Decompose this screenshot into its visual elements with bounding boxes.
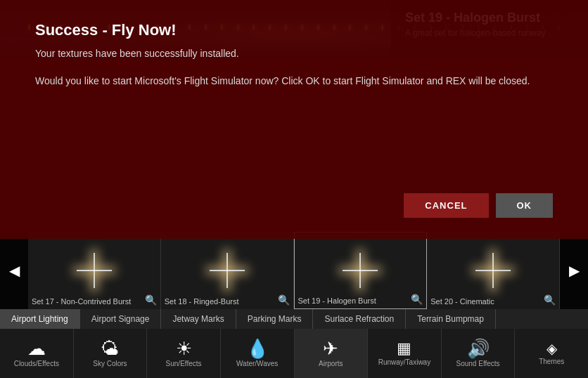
carousel-item-20-label: Set 20 - Cinematic (430, 297, 494, 306)
water-waves-label: Water/Waves (236, 360, 278, 368)
carousel-item-17-zoom[interactable]: 🔍 (145, 294, 157, 306)
carousel-next-button[interactable]: ▶ (560, 232, 588, 309)
runway-taxiway-label: Runway/Taxiway (378, 358, 430, 367)
dialog-overlay: Success - Fly Now! Your textures have be… (0, 0, 588, 239)
tabs-row: Airport Lighting Airport Signage Jetway … (0, 309, 588, 329)
icons-row: ☁ Clouds/Effects 🌤 Sky Colors ☀ Sun/Effe… (0, 329, 588, 378)
sound-effects-label: Sound Effects (456, 360, 500, 368)
sky-colors-label: Sky Colors (93, 360, 127, 368)
carousel-item-20-zoom[interactable]: 🔍 (544, 294, 556, 306)
icon-sound-effects[interactable]: 🔊 Sound Effects (442, 329, 516, 378)
tab-airport-signage[interactable]: Airport Signage (80, 309, 162, 329)
carousel: ◀ Set 17 - Non-Contrived Burst 🔍 Set 18 … (0, 232, 588, 309)
water-waves-icon: 💧 (246, 339, 269, 358)
dialog-content: Success - Fly Now! Your textures have be… (0, 0, 588, 110)
carousel-item-18[interactable]: Set 18 - Ringed-Burst 🔍 (161, 232, 294, 309)
sound-effects-icon: 🔊 (467, 339, 490, 358)
carousel-prev-button[interactable]: ◀ (0, 232, 28, 309)
star-burst-17 (73, 249, 115, 292)
tab-airport-lighting[interactable]: Airport Lighting (0, 309, 80, 329)
carousel-item-17-label: Set 17 - Non-Contrived Burst (32, 297, 131, 306)
tab-terrain-bumpmap[interactable]: Terrain Bumpmap (406, 309, 496, 329)
tab-jetway-marks[interactable]: Jetway Marks (161, 309, 236, 329)
icon-sun-effects[interactable]: ☀ Sun/Effects (147, 329, 221, 378)
themes-label: Themes (539, 358, 564, 366)
star-burst-19 (339, 249, 381, 292)
star-burst-18 (206, 249, 248, 292)
tab-surface-refraction[interactable]: Surlace Refraction (313, 309, 406, 329)
dialog-subtitle: Your textures have been successfully ins… (35, 48, 553, 59)
airports-icon: ✈ (323, 339, 338, 358)
carousel-item-18-label: Set 18 - Ringed-Burst (165, 297, 239, 306)
carousel-item-20[interactable]: Set 20 - Cinematic 🔍 (427, 232, 560, 309)
icon-clouds-effects[interactable]: ☁ Clouds/Effects (0, 329, 74, 378)
tab-parking-marks[interactable]: Parking Marks (236, 309, 314, 329)
sun-effects-icon: ☀ (176, 339, 192, 358)
icon-sky-colors[interactable]: 🌤 Sky Colors (74, 329, 148, 378)
carousel-item-18-zoom[interactable]: 🔍 (278, 294, 290, 306)
clouds-effects-label: Clouds/Effects (14, 360, 59, 368)
dialog-buttons: CANCEL OK (404, 193, 553, 218)
icon-runway-taxiway[interactable]: ▦ Runway/Taxiway (368, 329, 442, 378)
sun-effects-label: Sun/Effects (166, 360, 202, 368)
runway-taxiway-icon: ▦ (397, 341, 411, 356)
carousel-item-19-zoom[interactable]: 🔍 (411, 294, 423, 305)
carousel-item-17[interactable]: Set 17 - Non-Contrived Burst 🔍 (28, 232, 161, 309)
ok-button[interactable]: OK (496, 193, 554, 218)
dialog-title: Success - Fly Now! (35, 21, 553, 39)
carousel-item-19-label: Set 19 - Halogen Burst (298, 296, 376, 305)
dialog-body: Would you like to start Microsoft's Flig… (35, 73, 553, 89)
carousel-item-19[interactable]: Set 19 - Halogen Burst 🔍 (294, 232, 428, 309)
clouds-effects-icon: ☁ (27, 339, 46, 358)
icon-themes[interactable]: ◈ Themes (515, 329, 588, 378)
sky-colors-icon: 🌤 (101, 339, 119, 358)
star-burst-20 (472, 249, 514, 292)
icon-water-waves[interactable]: 💧 Water/Waves (221, 329, 295, 378)
themes-icon: ◈ (547, 341, 557, 356)
cancel-button[interactable]: CANCEL (404, 193, 488, 218)
icon-airports[interactable]: ✈ Airports (295, 329, 369, 378)
carousel-items: Set 17 - Non-Contrived Burst 🔍 Set 18 - … (28, 232, 560, 309)
airports-label: Airports (319, 360, 343, 368)
